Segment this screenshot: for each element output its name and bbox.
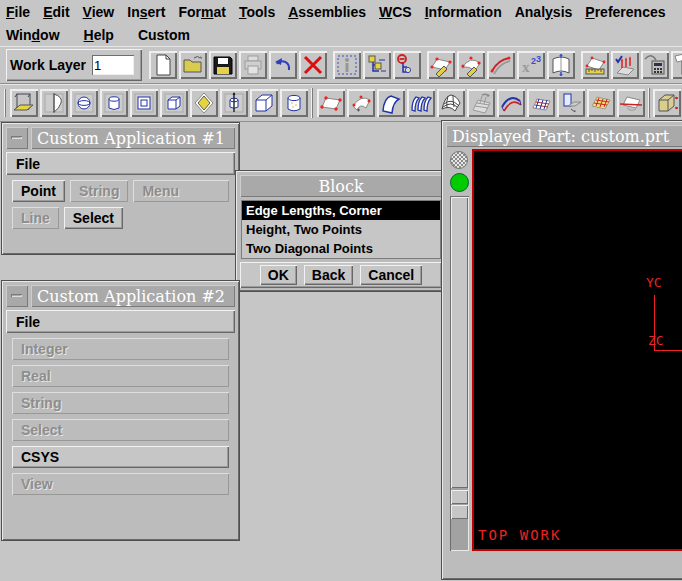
part-booklet-button[interactable]: [547, 51, 575, 79]
vertical-scrollbar[interactable]: [450, 196, 469, 551]
sketch-button[interactable]: [190, 89, 218, 117]
scrollbar-thumb[interactable]: [451, 197, 468, 488]
undo-button[interactable]: [269, 51, 297, 79]
menu-item-information[interactable]: Information: [425, 4, 502, 20]
curve-mesh-button[interactable]: [437, 89, 465, 117]
pocket-button[interactable]: [130, 89, 158, 117]
block-option-two-diagonal-points[interactable]: Two Diagonal Points: [242, 239, 440, 258]
scrollbar-button-up[interactable]: [451, 490, 468, 504]
scrollbar-button-down[interactable]: [451, 505, 468, 519]
ca1-button-point[interactable]: Point: [12, 180, 65, 202]
menu-item-view[interactable]: View: [83, 4, 115, 20]
menu-item-tools[interactable]: Tools: [239, 4, 275, 20]
ca2-button-integer: Integer: [12, 338, 229, 360]
ca2-button-area: IntegerRealStringSelectCSYSView: [12, 338, 229, 495]
open-part-button[interactable]: [179, 51, 207, 79]
section-surface-button[interactable]: [497, 89, 525, 117]
trimmed-body-icon: [42, 91, 66, 115]
angle-calculator-button[interactable]: [671, 51, 682, 79]
cancel-button[interactable]: Cancel: [360, 265, 422, 285]
constraint-navigator-icon: [395, 53, 419, 77]
toolbar-grip[interactable]: [4, 89, 7, 117]
main-menubar-row2: WindowHelpCustom: [0, 23, 682, 46]
minimize-button[interactable]: [6, 285, 28, 307]
extension-icon: [559, 91, 583, 115]
pad-button[interactable]: [160, 89, 188, 117]
part-booklet-icon: [549, 53, 573, 77]
delete-button[interactable]: [299, 51, 327, 79]
ca2-menubar: File: [6, 310, 235, 333]
hole-icon: [72, 91, 96, 115]
new-part-icon: [151, 53, 175, 77]
trimmed-sheet-icon: [619, 91, 643, 115]
menu-item-format[interactable]: Format: [178, 4, 225, 20]
curve-mesh-icon: [439, 91, 463, 115]
wcs-yc-label: YC: [646, 275, 662, 290]
constraint-navigator-button[interactable]: [393, 51, 421, 79]
information-button[interactable]: [333, 51, 361, 79]
deviation-check-icon: [613, 53, 637, 77]
law-extension-button[interactable]: [587, 89, 615, 117]
minimize-button[interactable]: [6, 127, 28, 149]
ca2-button-csys[interactable]: CSYS: [12, 446, 229, 468]
block-button[interactable]: [250, 89, 278, 117]
trimmed-sheet-button[interactable]: [617, 89, 645, 117]
print-button: [239, 51, 267, 79]
deviation-check-button[interactable]: [611, 51, 639, 79]
ca2-button-string: String: [12, 392, 229, 414]
menu-item-window[interactable]: Window: [6, 27, 60, 43]
menu-item-insert[interactable]: Insert: [127, 4, 165, 20]
menu-item-preferences[interactable]: Preferences: [585, 4, 665, 20]
assembly-navigator-button[interactable]: [363, 51, 391, 79]
distance-calculator-button[interactable]: [641, 51, 669, 79]
ca2-menu-file[interactable]: File: [16, 314, 40, 330]
swept-surface-button[interactable]: [467, 89, 495, 117]
trimmed-body-button[interactable]: [40, 89, 68, 117]
work-layer-input[interactable]: [92, 55, 134, 75]
block-option-edge-lengths-corner[interactable]: Edge Lengths, Corner: [242, 201, 440, 220]
menu-item-custom[interactable]: Custom: [138, 27, 190, 43]
graphics-viewport[interactable]: YC ZC TOP WORK: [472, 149, 682, 551]
hole-button[interactable]: [70, 89, 98, 117]
four-point-surface-icon: [349, 91, 373, 115]
ca1-button-line: Line: [12, 207, 59, 229]
four-point-surface-button[interactable]: [347, 89, 375, 117]
new-part-button[interactable]: [149, 51, 177, 79]
interrupt-stoplight-icon[interactable]: [450, 173, 469, 192]
ok-button[interactable]: OK: [260, 265, 297, 285]
menu-item-assemblies[interactable]: Assemblies: [288, 4, 366, 20]
datum-axis-button[interactable]: [220, 89, 248, 117]
delete-icon: [301, 53, 325, 77]
bridge-curve-button[interactable]: [487, 51, 515, 79]
ruled-surface-button[interactable]: [377, 89, 405, 117]
studio-surface-button[interactable]: [427, 51, 455, 79]
block-option-list: Edge Lengths, CornerHeight, Two PointsTw…: [241, 200, 441, 259]
bounded-plane-button[interactable]: [317, 89, 345, 117]
bounded-plane-icon: [319, 91, 343, 115]
swept-surface-icon: [469, 91, 493, 115]
window-displayed-part: Displayed Part: custom.prt YC ZC TOP WOR…: [442, 121, 682, 579]
mesh-surface-button[interactable]: [527, 89, 555, 117]
ca1-button-select[interactable]: Select: [64, 207, 123, 229]
menu-item-wcs[interactable]: WCS: [379, 4, 412, 20]
assembly-navigator-icon: [365, 53, 389, 77]
block-option-height-two-points[interactable]: Height, Two Points: [242, 220, 440, 239]
save-part-button[interactable]: [209, 51, 237, 79]
measure-face-icon: [583, 53, 607, 77]
menu-item-help[interactable]: Help: [84, 27, 114, 43]
block-button-row: OKBackCancel: [240, 262, 442, 288]
back-button[interactable]: Back: [304, 265, 353, 285]
orient-view-button[interactable]: [653, 89, 681, 117]
menu-item-file[interactable]: File: [6, 4, 30, 20]
styled-blend-button[interactable]: [457, 51, 485, 79]
cylinder-button[interactable]: [280, 89, 308, 117]
ca1-menu-file[interactable]: File: [16, 156, 40, 172]
menu-item-edit[interactable]: Edit: [43, 4, 69, 20]
through-curves-button[interactable]: [407, 89, 435, 117]
measure-face-button[interactable]: [581, 51, 609, 79]
datum-plane-button[interactable]: [10, 89, 38, 117]
menu-item-analysis[interactable]: Analysis: [515, 4, 573, 20]
toolbar-separator: [311, 88, 313, 118]
extension-button[interactable]: [557, 89, 585, 117]
boss-button[interactable]: [100, 89, 128, 117]
